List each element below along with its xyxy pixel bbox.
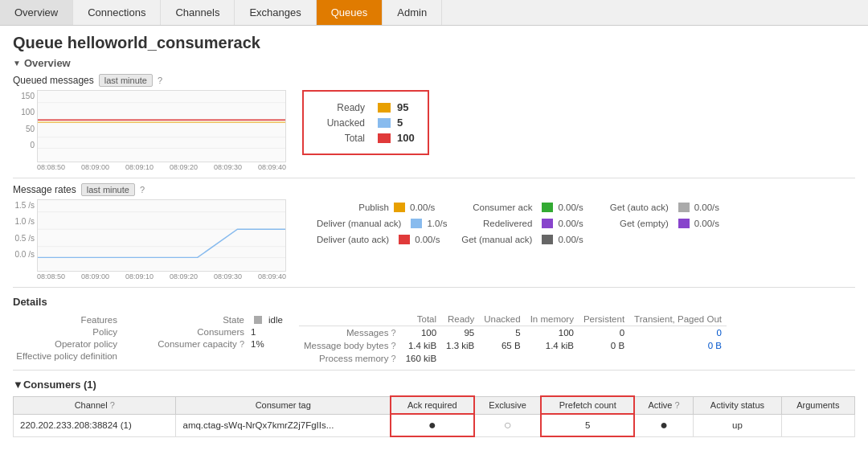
consumers-title: Consumers (1) — [23, 379, 96, 391]
nav-exchanges[interactable]: Exchanges — [235, 0, 316, 25]
rates-y-axis: 1.5 /s 1.0 /s 0.5 /s 0.0 /s — [13, 199, 37, 272]
col-ack-required: Ack required — [391, 396, 474, 414]
col-consumer-tag: Consumer tag — [176, 396, 391, 414]
queued-last-minute-btn[interactable]: last minute — [99, 74, 153, 87]
col-arguments: Arguments — [781, 396, 854, 414]
rates-x-axis: 08:08:5008:09:0008:09:1008:09:2008:09:30… — [37, 272, 286, 280]
rate-deliver-auto: Deliver (auto ack) 0.00/s — [310, 231, 453, 248]
details-left: Features Policy Operator policy Effectiv… — [13, 313, 124, 363]
consumers-header[interactable]: ▼ Consumers (1) — [13, 379, 855, 391]
queued-messages-chart — [37, 90, 286, 162]
messages-row: Messages ? 100 95 5 100 0 0 — [299, 326, 727, 340]
svg-rect-0 — [38, 91, 285, 162]
consumer-exclusive: ○ — [474, 414, 542, 436]
rate-consumer-ack: Consumer ack 0.00/s — [453, 199, 589, 215]
consumer-active: ● — [634, 414, 694, 436]
rate-get-empty: Get (empty) 0.00/s — [590, 215, 726, 231]
col-active: Active ? — [634, 396, 694, 414]
details-middle: State idle Consumers 1 Consumer capacity… — [140, 313, 283, 351]
message-body-row: Message body bytes ? 1.4 kiB 1.3 kiB 65 … — [299, 339, 727, 352]
page-title: Queue helloworld_consumerack — [0, 26, 868, 57]
queued-x-axis: 08:08:5008:09:0008:09:1008:09:2008:09:30… — [37, 163, 286, 171]
rate-deliver-manual: Deliver (manual ack) 1.0/s — [310, 215, 453, 231]
rate-redelivered: Redelivered 0.00/s — [453, 215, 589, 231]
top-nav: Overview Connections Channels Exchanges … — [0, 0, 868, 26]
process-memory-row: Process memory ? 160 kiB — [299, 352, 727, 365]
svg-rect-5 — [38, 200, 285, 271]
queued-help[interactable]: ? — [158, 76, 162, 85]
consumer-tag: amq.ctag-sWq-NrQx7kmrZ2j7FgIIs... — [176, 414, 391, 436]
nav-queues[interactable]: Queues — [317, 0, 383, 25]
rate-publish: Publish 0.00/s — [310, 199, 453, 215]
consumer-arguments — [781, 414, 854, 436]
consumer-channel: 220.202.233.208:38824 (1) — [14, 414, 176, 436]
queued-y-axis: 150 100 50 0 — [13, 90, 37, 162]
overview-arrow: ▼ — [13, 59, 21, 68]
col-channel: Channel ? — [14, 396, 176, 414]
col-exclusive: Exclusive — [474, 396, 542, 414]
overview-section-header[interactable]: ▼ Overview — [13, 57, 855, 69]
rates-help[interactable]: ? — [140, 185, 145, 195]
rates-chart — [37, 199, 286, 272]
consumers-table: Channel ? Consumer tag Ack required Excl… — [13, 395, 855, 437]
consumer-ack-required: ● — [391, 414, 474, 436]
consumers-arrow: ▼ — [13, 379, 23, 391]
ready-color — [378, 103, 391, 113]
nav-overview[interactable]: Overview — [0, 0, 73, 25]
overview-title: Overview — [24, 57, 71, 69]
rate-get-auto: Get (auto ack) 0.00/s — [590, 199, 726, 215]
col-prefetch-count: Prefetch count — [541, 396, 634, 414]
consumer-activity-status: up — [694, 414, 782, 436]
details-title: Details — [13, 296, 855, 308]
messages-table: Total Ready Unacked In memory Persistent… — [299, 313, 727, 365]
consumer-row: 220.202.233.208:38824 (1) amq.ctag-sWq-N… — [14, 414, 855, 436]
rates-last-minute-btn[interactable]: last minute — [81, 183, 135, 196]
nav-admin[interactable]: Admin — [383, 0, 442, 25]
consumer-prefetch: 5 — [541, 414, 634, 436]
total-color — [378, 133, 391, 143]
rate-get-manual: Get (manual ack) 0.00/s — [453, 231, 589, 248]
queued-legend: Ready 95 Unacked 5 Total 100 — [302, 90, 429, 155]
state-indicator — [254, 316, 262, 324]
message-rates-label: Message rates — [13, 184, 76, 195]
unacked-color — [378, 118, 391, 128]
col-activity-status: Activity status — [694, 396, 782, 414]
nav-channels[interactable]: Channels — [161, 0, 235, 25]
details-right: Total Ready Unacked In memory Persistent… — [299, 313, 727, 365]
queued-messages-label: Queued messages — [13, 75, 94, 86]
nav-connections[interactable]: Connections — [73, 0, 161, 25]
